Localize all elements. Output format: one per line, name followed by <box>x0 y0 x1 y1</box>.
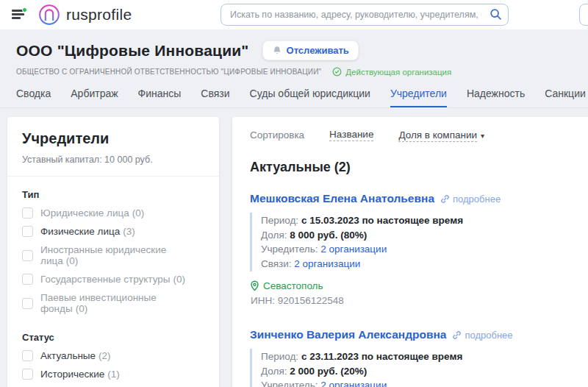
status-label: Действующая организация <box>345 68 451 77</box>
tab-sudy[interactable]: Суды общей юрисдикции <box>250 83 370 108</box>
section-title: Актуальные (2) <box>250 160 570 175</box>
founders-filter-panel: Учредители Уставный капитал: 10 000 руб.… <box>7 117 219 387</box>
tab-nadezhnost[interactable]: Надежность <box>467 83 525 108</box>
filter-investment-funds[interactable]: Паевые инвестиционные фонды(0) <box>22 292 204 314</box>
status-badge: Действующая организация <box>332 67 451 77</box>
check-circle-icon <box>332 67 342 77</box>
search-bar <box>220 4 509 26</box>
founder-of-link[interactable]: 2 организации <box>320 244 387 255</box>
checkbox[interactable] <box>22 350 33 361</box>
location-pin-icon <box>250 280 259 291</box>
founder-name-link[interactable]: Зинченко Валерия Александровна <box>250 328 446 341</box>
share-value: 2 000 руб. (20%) <box>290 366 367 377</box>
founder-item: Зинченко Валерия Александровна подробнее… <box>250 328 570 387</box>
filter-foreign-entities[interactable]: Иностранные юридические лица(0) <box>22 244 204 266</box>
status-filter-title: Статус <box>22 332 204 343</box>
sort-label: Сортировка <box>250 129 304 141</box>
sort-by-name[interactable]: Название <box>329 129 373 141</box>
founder-name-link[interactable]: Мешковская Елена Анатольевна <box>250 192 434 205</box>
founder-details: Период: с 23.11.2023 по настоящее время … <box>250 349 570 387</box>
company-header: ООО "Цифровые Инновации" Отслеживать ОБЩ… <box>0 29 588 77</box>
period-value: с 23.11.2023 по настоящее время <box>301 351 462 362</box>
filter-historical[interactable]: Исторические(1) <box>22 369 204 380</box>
checkbox[interactable] <box>22 298 33 309</box>
founder-item: Мешковская Елена Анатольевна подробнее П… <box>250 192 570 306</box>
search-input[interactable] <box>220 4 509 26</box>
company-full-name: ОБЩЕСТВО С ОГРАНИЧЕННОЙ ОТВЕТСТВЕННОСТЬЮ… <box>16 68 321 76</box>
more-details-link[interactable]: подробнее <box>440 194 501 205</box>
tab-uchrediteli[interactable]: Учредители <box>390 83 447 108</box>
follow-button-label: Отслеживать <box>287 45 349 56</box>
city-link[interactable]: Севастополь <box>263 280 323 291</box>
link-icon <box>440 194 450 204</box>
tab-svyazi[interactable]: Связи <box>201 83 229 108</box>
follow-button[interactable]: Отслеживать <box>262 40 359 60</box>
filter-current[interactable]: Актуальные(2) <box>22 350 204 361</box>
rusprofile-logo-icon <box>38 4 60 26</box>
sort-by-share[interactable]: Доля в компании <box>398 129 477 142</box>
header-clipped-button[interactable] <box>579 4 588 26</box>
period-value: с 15.03.2023 по настоящее время <box>301 215 463 226</box>
caret-down-icon[interactable]: ▾ <box>481 132 484 140</box>
type-filter-title: Тип <box>22 189 204 200</box>
checkbox[interactable] <box>22 207 33 219</box>
divider <box>7 176 219 177</box>
filter-government[interactable]: Государственные структуры(0) <box>22 274 204 285</box>
checkbox[interactable] <box>22 369 33 380</box>
tab-bar: Сводка Арбитраж Финансы Связи Суды общей… <box>0 83 588 108</box>
tab-arbitrazh[interactable]: Арбитраж <box>71 83 118 108</box>
filter-legal-entities[interactable]: Юридические лица(0) <box>22 207 204 219</box>
link-icon <box>452 330 462 340</box>
founder-of-link[interactable]: 2 организации <box>320 380 387 387</box>
checkbox[interactable] <box>22 274 33 285</box>
logo-text: rusprofile <box>66 6 132 24</box>
inn-value: 920156122548 <box>278 295 344 306</box>
connections-link[interactable]: 2 организации <box>294 258 360 269</box>
rusprofile-logo[interactable]: rusprofile <box>38 4 132 26</box>
checkbox[interactable] <box>22 226 33 237</box>
founders-list-panel: Сортировка Название Доля в компании▾ Акт… <box>232 117 588 387</box>
filter-individuals[interactable]: Физические лица(3) <box>22 226 204 237</box>
tab-sanktsii[interactable]: Санкции <box>545 83 586 108</box>
share-value: 8 000 руб. (80%) <box>290 230 367 241</box>
sidebar-title: Учредители <box>22 130 204 147</box>
header: rusprofile <box>0 0 588 29</box>
founder-details: Период: с 15.03.2023 по настоящее время … <box>250 213 570 271</box>
bell-icon <box>272 46 282 56</box>
page-title: ООО "Цифровые Инновации" <box>16 42 249 60</box>
inn-row: ИНН: 920156122548 <box>250 295 570 306</box>
checkbox[interactable] <box>22 250 33 261</box>
tab-finansy[interactable]: Финансы <box>138 83 182 108</box>
tab-svodka[interactable]: Сводка <box>16 83 51 108</box>
notification-dot-icon <box>22 7 27 13</box>
sort-bar: Сортировка Название Доля в компании▾ <box>250 129 570 141</box>
more-details-link[interactable]: подробнее <box>452 330 512 341</box>
charter-capital: Уставный капитал: 10 000 руб. <box>22 155 204 165</box>
search-icon[interactable] <box>490 8 502 24</box>
menu-icon[interactable] <box>12 10 26 20</box>
